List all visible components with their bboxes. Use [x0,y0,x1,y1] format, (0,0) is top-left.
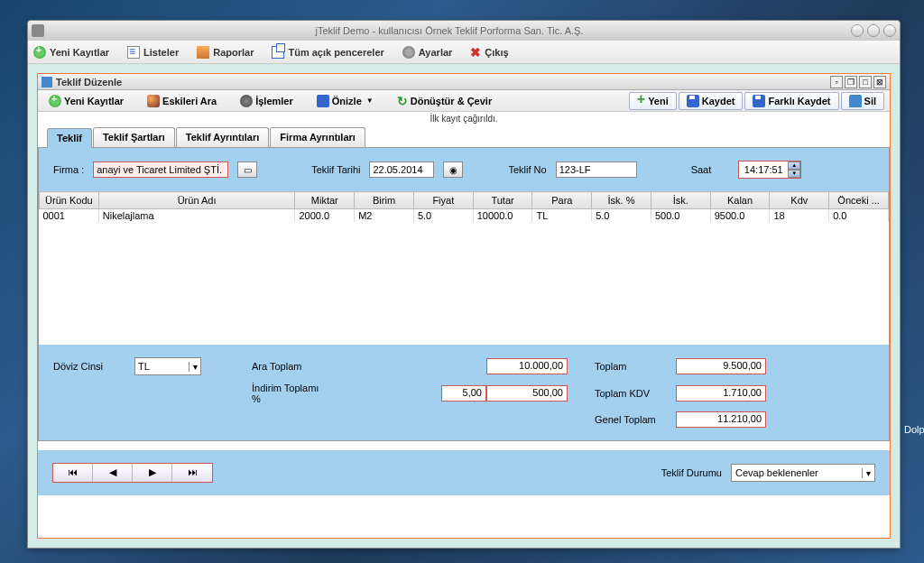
save-icon [753,95,765,107]
col-discount[interactable]: İsk. [651,192,710,209]
cell-vat[interactable]: 18 [770,209,829,223]
col-product-name[interactable]: Ürün Adı [98,192,295,209]
col-amount[interactable]: Tutar [473,192,532,209]
cell-amount[interactable]: 10000.0 [473,209,532,223]
inner-maximize-button[interactable]: □ [859,76,872,88]
currency-select[interactable]: TL [134,357,201,375]
time-down-button[interactable]: ▼ [788,170,800,178]
offer-status-select[interactable]: Cevap beklenenler [731,464,875,482]
inner-restore-button[interactable]: ❐ [845,76,857,88]
time-up-button[interactable]: ▲ [788,162,800,170]
company-lookup-button[interactable]: ▭ [237,162,257,178]
settings-menu[interactable]: Ayarlar [402,46,453,59]
search-old-button[interactable]: Eskileri Ara [142,93,222,109]
add-icon [33,46,46,59]
col-vat[interactable]: Kdv [770,192,829,209]
table-row[interactable]: 0001 Nikelajlama 2000.0 M2 5.0 10000.0 T… [40,209,889,223]
inner-titlebar[interactable]: Teklif Düzenle ▫ ❐ □ ⊠ [38,74,890,90]
desktop-shortcut-label: Dolp [904,424,924,435]
application-window: jTeklif Demo - kullanıcısı Örnek Teklif … [27,20,901,549]
offer-no-label: Teklif No [508,164,546,175]
new-records-menu[interactable]: Yeni Kayıtlar [33,46,109,59]
cell-remaining[interactable]: 9500.0 [710,209,770,223]
tab-terms[interactable]: Teklif Şartları [93,127,175,147]
tab-content: Firma : ▭ Teklif Tarihi ◉ Teklif No Saat [38,147,890,441]
gears-icon [240,95,253,107]
save-button[interactable]: Kaydet [679,92,744,110]
date-input[interactable] [369,162,434,178]
tab-company[interactable]: Firma Ayrıntıları [270,127,365,147]
form-row: Firma : ▭ Teklif Tarihi ◉ Teklif No Saat [39,148,889,191]
convert-button[interactable]: ↻Dönüştür & Çevir [392,92,497,110]
new-button[interactable]: +Yeni [629,92,677,110]
status-line: İlk kayıt çağırıldı. [38,112,890,125]
maximize-button[interactable] [867,24,880,37]
save-icon [687,95,699,107]
preview-icon [317,95,329,107]
close-button[interactable] [883,24,896,37]
col-currency[interactable]: Para [532,192,592,209]
col-unit[interactable]: Birim [355,192,414,209]
subtotal-value: 10.000,00 [486,358,568,374]
next-record-button[interactable]: ▶ [133,464,172,482]
delete-button[interactable]: Sil [841,92,884,110]
discount-pct-value[interactable]: 5,00 [441,385,486,401]
cell-unit[interactable]: M2 [355,209,414,223]
col-previous[interactable]: Önceki ... [829,192,889,209]
cell-discount-pct[interactable]: 5.0 [592,209,651,223]
time-label: Saat [691,164,712,175]
tab-details[interactable]: Teklif Ayrıntıları [176,127,270,147]
preview-button[interactable]: Önizle▼ [311,93,379,109]
document-icon [42,77,52,88]
desktop-shortcut[interactable]: Dolp [904,424,922,435]
date-picker-button[interactable]: ◉ [443,162,463,178]
plus-icon: + [637,91,645,107]
exit-menu[interactable]: ✖Çıkış [470,45,508,60]
save-as-button[interactable]: Farklı Kaydet [744,92,838,110]
binoculars-icon [147,95,160,107]
cell-previous[interactable]: 0.0 [829,209,889,223]
record-navigator: ⏮ ◀ ▶ ⏭ [52,463,213,483]
cell-discount[interactable]: 500.0 [651,209,710,223]
window-controls [851,24,896,37]
inner-close-button[interactable]: ⊠ [873,76,886,88]
prev-record-button[interactable]: ◀ [93,464,133,482]
lists-menu[interactable]: Listeler [127,46,179,59]
grid-header-row: Ürün Kodu Ürün Adı Miktar Birim Fiyat Tu… [40,192,889,209]
new-records-button[interactable]: Yeni Kayıtlar [43,93,129,109]
col-product-code[interactable]: Ürün Kodu [40,192,99,209]
col-remaining[interactable]: Kalan [710,192,770,209]
add-icon [49,95,61,107]
last-record-button[interactable]: ⏭ [172,464,212,482]
offer-no-input[interactable] [556,162,637,178]
list-icon [127,46,140,59]
minimize-button[interactable] [851,24,864,37]
cell-currency[interactable]: TL [532,209,592,223]
company-input[interactable] [93,162,228,178]
window-title: jTeklif Demo - kullanıcısı Örnek Teklif … [48,25,851,36]
items-grid[interactable]: Ürün Kodu Ürün Adı Miktar Birim Fiyat Tu… [39,191,889,345]
all-windows-menu[interactable]: Tüm açık pencereler [272,46,383,59]
app-icon [32,24,44,37]
subtotal-label: Ara Toplam [216,361,324,372]
cell-price[interactable]: 5.0 [413,209,473,223]
reports-menu[interactable]: Raporlar [197,46,254,59]
main-toolbar: Yeni Kayıtlar Listeler Raporlar Tüm açık… [28,41,900,64]
col-quantity[interactable]: Miktar [295,192,355,209]
col-price[interactable]: Fiyat [413,192,473,209]
operations-button[interactable]: İşlemler [235,93,299,109]
time-input[interactable] [739,162,788,178]
cell-product-name[interactable]: Nikelajlama [98,209,295,223]
cell-quantity[interactable]: 2000.0 [295,209,355,223]
company-label: Firma : [53,164,84,175]
cell-product-code[interactable]: 0001 [40,209,99,223]
total-label: Toplam [568,361,658,372]
tab-offer[interactable]: Teklif [47,128,92,148]
inner-window-controls: ▫ ❐ □ ⊠ [830,76,886,88]
inner-minimize-button[interactable]: ▫ [830,76,843,88]
col-discount-pct[interactable]: İsk. % [592,192,651,209]
sub-toolbar: Yeni Kayıtlar Eskileri Ara İşlemler Öniz… [38,90,890,112]
first-record-button[interactable]: ⏮ [53,464,93,482]
content-area: Teklif Düzenle ▫ ❐ □ ⊠ Yeni Kayıtlar Esk… [37,73,891,539]
titlebar[interactable]: jTeklif Demo - kullanıcısı Örnek Teklif … [28,21,900,41]
